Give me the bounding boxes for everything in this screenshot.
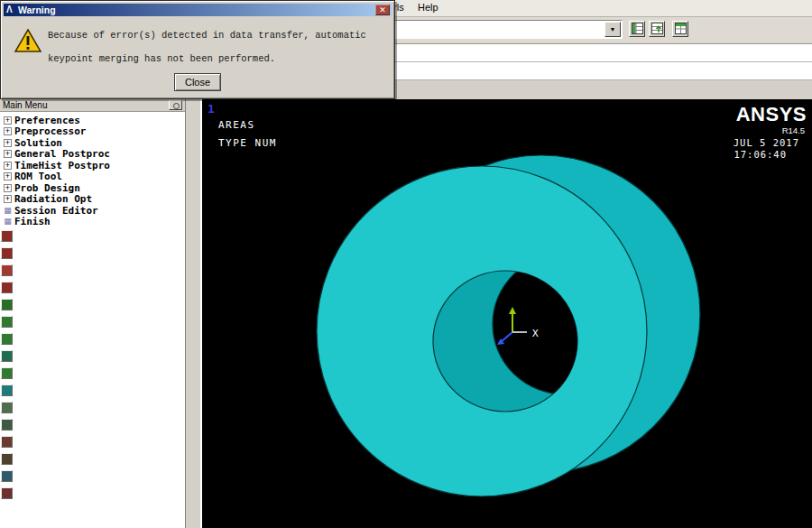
warning-icon (14, 28, 42, 53)
view-tool-button[interactable] (1, 282, 13, 293)
expand-plus-icon[interactable] (4, 116, 12, 125)
close-button[interactable]: Close (174, 73, 221, 91)
view-tool-button[interactable] (1, 230, 13, 242)
chevron-down-icon[interactable]: ▼ (604, 22, 621, 37)
menu-item-label: Radiation Opt (14, 193, 92, 205)
table-up-arrow-icon (651, 23, 663, 34)
menu-item-preferences[interactable]: Preferences (0, 115, 185, 126)
document-grid-icon (4, 218, 12, 226)
graphics-window[interactable]: X 1 AREAS TYPE NUM ANSYS R14.5 JUL 5 201… (200, 99, 812, 528)
menu-item-radiation-opt[interactable]: Radiation Opt (0, 194, 185, 206)
menu-item-label: Preprocessor (14, 125, 86, 137)
ansys-logo-icon: Λ (6, 5, 13, 15)
expand-plus-icon[interactable] (4, 195, 12, 203)
view-tool-button[interactable] (1, 487, 13, 499)
document-grid-icon (4, 207, 12, 215)
menu-item-session-editor[interactable]: Session Editor (0, 205, 185, 217)
expand-plus-icon[interactable] (4, 162, 12, 170)
dialog-title: Warning (18, 5, 56, 15)
table-header-icon (675, 23, 687, 34)
dialog-body: Because of error(s) detected in data tra… (1, 19, 394, 98)
menu-item-label: Prob Design (14, 182, 80, 194)
dialog-message: Because of error(s) detected in data tra… (48, 30, 366, 65)
view-tool-button[interactable] (1, 264, 13, 276)
view-tool-button[interactable] (1, 316, 13, 328)
main-menu-title: Main Menu (3, 100, 47, 110)
plot-number: 1 (208, 102, 215, 116)
model-view-torus: X (202, 99, 812, 528)
view-tool-button[interactable] (1, 470, 13, 482)
menu-item-help[interactable]: Help (418, 2, 438, 13)
dialog-titlebar[interactable]: Λ Warning ✕ (4, 4, 392, 16)
expand-plus-icon[interactable] (4, 127, 12, 135)
view-toolbar-strip (1, 230, 15, 505)
table-column-icon (632, 23, 643, 34)
ansys-release: R14.5 (782, 125, 805, 135)
main-menu-panel: Main Menu Preferences Preprocessor Solut… (0, 99, 186, 528)
toolbar-grid-button-2[interactable] (649, 21, 665, 37)
ansys-main-window: trls Help ▼ (0, 0, 812, 528)
view-tool-button[interactable] (1, 299, 13, 310)
menu-item-finish[interactable]: Finish (0, 217, 185, 228)
expand-plus-icon[interactable] (4, 150, 12, 158)
plot-date: JUL 5 2017 (734, 137, 799, 148)
view-tool-button[interactable] (1, 436, 13, 448)
pin-icon[interactable] (169, 100, 182, 110)
view-tool-button[interactable] (1, 453, 13, 465)
menu-item-timehist-postpro[interactable]: TimeHist Postpro (0, 160, 185, 171)
plot-time: 17:06:40 (734, 149, 787, 160)
view-tool-button[interactable] (1, 350, 13, 362)
view-tool-button[interactable] (1, 419, 13, 431)
menu-item-label: ROM Tool (14, 171, 62, 182)
axis-x-label: X (532, 328, 539, 339)
close-icon[interactable]: ✕ (375, 5, 390, 15)
toolbar-grid-button-3[interactable] (672, 21, 688, 37)
menu-item-label: General Postproc (14, 148, 110, 160)
menu-item-label: Session Editor (14, 205, 98, 217)
main-menu-titlebar: Main Menu (0, 99, 185, 112)
expand-plus-icon[interactable] (4, 172, 12, 181)
main-menu-tree: Preferences Preprocessor Solution Genera… (0, 112, 185, 227)
menu-item-general-postproc[interactable]: General Postproc (0, 149, 185, 161)
toolbar-grid-button-1[interactable] (629, 21, 645, 37)
menu-item-preprocessor[interactable]: Preprocessor (0, 126, 185, 138)
view-tool-button[interactable] (1, 247, 13, 259)
menu-item-label: Solution (14, 137, 62, 149)
view-tool-button[interactable] (1, 402, 13, 413)
plot-annotation-typenum: TYPE NUM (218, 137, 277, 149)
message-line-1: Because of error(s) detected in data tra… (48, 30, 366, 41)
menu-item-solution[interactable]: Solution (0, 137, 185, 149)
menu-item-rom-tool[interactable]: ROM Tool (0, 171, 185, 183)
ansys-logo: ANSYS (736, 103, 807, 126)
expand-plus-icon[interactable] (4, 184, 12, 192)
menu-item-label: Preferences (14, 115, 80, 126)
plot-annotation-areas: AREAS (218, 119, 255, 131)
menu-item-label: Finish (14, 216, 51, 227)
view-tool-button[interactable] (1, 333, 13, 345)
message-line-2: keypoint merging has not been performed. (48, 53, 275, 64)
expand-plus-icon[interactable] (4, 139, 12, 147)
warning-dialog: Λ Warning ✕ Because of error(s) detected… (0, 0, 395, 99)
view-tool-button[interactable] (1, 367, 13, 379)
view-tool-button[interactable] (1, 384, 13, 396)
menu-item-prob-design[interactable]: Prob Design (0, 182, 185, 194)
menu-item-label: TimeHist Postpro (14, 160, 110, 171)
